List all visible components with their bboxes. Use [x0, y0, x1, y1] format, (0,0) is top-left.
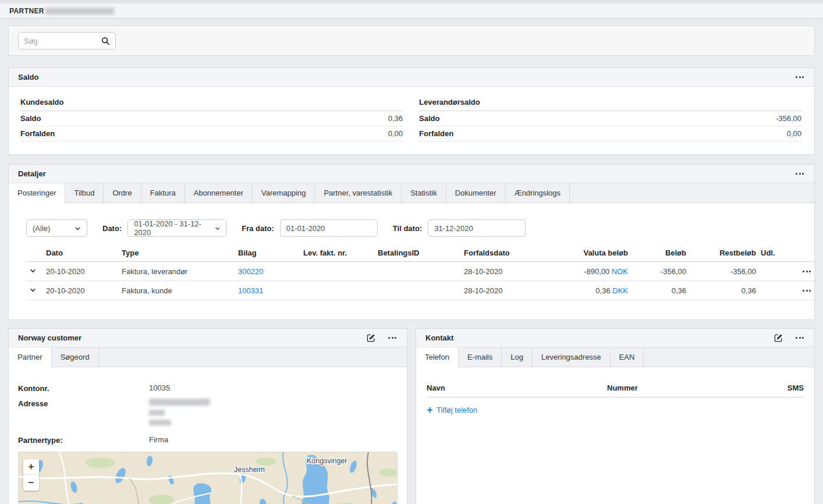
field-value: Firma — [149, 435, 168, 445]
row-value: 0,36 — [388, 114, 403, 123]
tab-soegeord[interactable]: Søgeord — [52, 347, 99, 367]
redacted-partner-name — [45, 8, 114, 15]
field-value: 10035 — [149, 384, 170, 393]
search-input[interactable] — [24, 37, 101, 45]
cell-type: Faktura, kunde — [119, 281, 236, 300]
col-restbelob: Restbeløb — [689, 245, 758, 262]
customer-balance-heading: Kundesaldo — [20, 96, 403, 111]
actions-column-header — [783, 245, 814, 262]
partner-card-title: Norway customer — [18, 333, 81, 342]
col-valuta-belob: Valuta beløb — [561, 245, 630, 262]
cell-valuta-belob: -890,00 — [584, 267, 609, 276]
posting-row[interactable]: 20-10-2020 Faktura, kunde 100331 28-10-2… — [26, 281, 814, 300]
saldo-row: Saldo 0,36 — [20, 111, 403, 126]
search-panel — [8, 26, 815, 56]
expander-column-header — [26, 245, 44, 262]
supplier-balance-heading: Leverandørsaldo — [419, 96, 801, 111]
posting-row[interactable]: 20-10-2020 Faktura, leverandør 300220 28… — [26, 262, 814, 281]
col-sms: SMS — [769, 384, 804, 392]
cell-lev-fakt-nr — [301, 281, 375, 300]
chevron-down-icon — [75, 225, 81, 232]
cell-forfaldsdato: 28-10-2020 — [462, 262, 561, 281]
tab-partner-varestatistik[interactable]: Partner, varestatistik — [315, 183, 402, 203]
currency-link[interactable]: NOK — [612, 267, 628, 276]
currency-link[interactable]: DKK — [612, 286, 628, 295]
partner-menu-ellipsis-icon[interactable] — [386, 335, 398, 341]
row-value: -356,00 — [776, 114, 801, 123]
col-nummer: Nummer — [607, 384, 769, 392]
map-zoom-in-button[interactable]: + — [23, 459, 39, 475]
cell-dato: 20-10-2020 — [44, 281, 119, 300]
tab-tilbud[interactable]: Tilbud — [65, 183, 104, 203]
map[interactable]: Jessheim Kongsvinger + − — [18, 452, 398, 504]
cell-lev-fakt-nr — [301, 262, 375, 281]
expand-row-chevron-icon[interactable] — [29, 286, 37, 294]
tab-leveringsadresse[interactable]: Leveringsadresse — [533, 347, 611, 367]
postings-filter-row: (Alle) Dato: 01-01-2020 - 31-12-2020 Fra… — [26, 219, 805, 237]
edit-icon[interactable] — [367, 333, 375, 342]
from-date-label: Fra dato: — [242, 224, 274, 233]
tab-telefon[interactable]: Telefon — [416, 347, 459, 367]
cell-restbelob: 0,36 — [689, 281, 758, 300]
partner-card-header: Norway customer — [9, 329, 407, 347]
field-partnertype: Partnertype: Firma — [18, 435, 398, 445]
tab-abonnementer[interactable]: Abonnementer — [185, 183, 253, 203]
to-date-input[interactable] — [434, 224, 519, 233]
col-belob: Beløb — [630, 245, 689, 262]
from-date-input[interactable] — [286, 224, 371, 233]
add-phone-button[interactable]: Tilføj telefon — [427, 406, 477, 414]
field-kontonr: Kontonr. 10035 — [18, 384, 398, 393]
tab-emails[interactable]: E-mails — [459, 347, 502, 367]
tab-posteringer[interactable]: Posteringer — [9, 183, 65, 203]
bilag-link[interactable]: 300220 — [238, 267, 263, 276]
cell-belob: 0,36 — [630, 281, 689, 300]
redacted-address-line — [149, 410, 165, 416]
details-menu-ellipsis-icon[interactable] — [793, 171, 806, 177]
map-zoom-out-button[interactable]: − — [23, 475, 39, 491]
bilag-link[interactable]: 100331 — [238, 286, 263, 295]
tab-aendringslogs[interactable]: Ændringslogs — [506, 183, 570, 203]
row-value: 0,00 — [388, 129, 403, 138]
field-label: Kontonr. — [18, 384, 149, 393]
contact-card-header: Kontakt — [416, 329, 814, 347]
from-date-field[interactable] — [280, 219, 378, 237]
tab-statistik[interactable]: Statistik — [402, 183, 446, 203]
contact-menu-ellipsis-icon[interactable] — [793, 335, 806, 341]
to-date-label: Til dato: — [393, 224, 422, 233]
tab-dokumenter[interactable]: Dokumenter — [446, 183, 506, 203]
row-menu-ellipsis-icon[interactable] — [785, 288, 812, 294]
add-phone-label: Tilføj telefon — [437, 406, 477, 414]
tab-log[interactable]: Log — [502, 347, 533, 367]
row-value: 0,00 — [787, 129, 801, 138]
tab-partner[interactable]: Partner — [9, 347, 52, 367]
tab-ordre[interactable]: Ordre — [104, 183, 141, 203]
tab-ean[interactable]: EAN — [611, 347, 644, 367]
partner-body: Kontonr. 10035 Adresse Partnertype: F — [9, 367, 407, 504]
col-dato: Dato — [44, 245, 119, 262]
edit-icon[interactable] — [774, 333, 783, 342]
search-icon[interactable] — [101, 37, 110, 45]
to-date-field[interactable] — [428, 219, 526, 237]
supplier-balance-column: Leverandørsaldo Saldo -356,00 Forfalden … — [419, 96, 801, 141]
field-label: Partnertype: — [18, 435, 149, 445]
tab-faktura[interactable]: Faktura — [141, 183, 185, 203]
expand-row-chevron-icon[interactable] — [29, 267, 37, 275]
redacted-address — [149, 399, 210, 430]
contact-card: Kontakt Telefon E-mails Log Leveringsadr… — [416, 328, 815, 504]
row-label: Forfalden — [419, 129, 453, 138]
date-range-select[interactable]: 01-01-2020 - 31-12-2020 — [127, 219, 226, 237]
col-bilag: Bilag — [236, 245, 301, 262]
row-label: Saldo — [20, 114, 41, 123]
contact-card-title: Kontakt — [425, 333, 453, 342]
saldo-menu-ellipsis-icon[interactable] — [793, 74, 806, 80]
map-zoom-control: + − — [23, 459, 39, 491]
details-tabs: Posteringer Tilbud Ordre Faktura Abonnem… — [9, 183, 814, 203]
map-canvas: Jessheim Kongsvinger — [19, 452, 398, 504]
tab-varemapping[interactable]: Varemapping — [253, 183, 315, 203]
type-filter-select[interactable]: (Alle) — [26, 219, 87, 237]
row-menu-ellipsis-icon[interactable] — [785, 268, 812, 275]
type-filter-value: (Alle) — [33, 224, 50, 233]
search-box[interactable] — [18, 32, 116, 49]
cell-forfaldsdato: 28-10-2020 — [462, 281, 561, 300]
field-label: Adresse — [18, 399, 149, 430]
